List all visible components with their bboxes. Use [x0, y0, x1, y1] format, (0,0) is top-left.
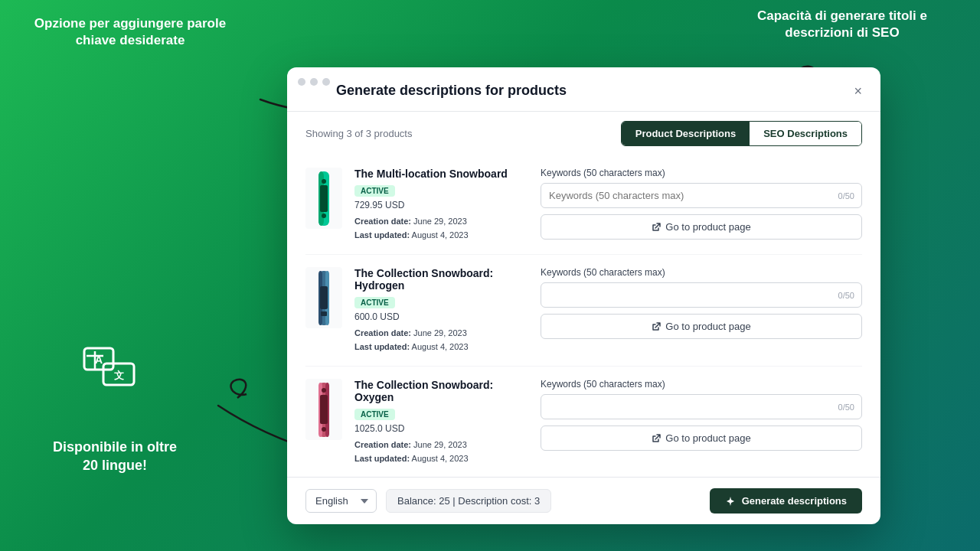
table-row: The Collection Snowboard: Hydrogen ACTIV…: [305, 255, 862, 367]
svg-point-9: [322, 179, 326, 184]
keywords-input-wrap-3: 0/50: [541, 394, 862, 419]
svg-text:文: 文: [114, 370, 124, 381]
tab-seo-descriptions[interactable]: SEO Descriptions: [750, 122, 861, 145]
annotation-keywords: Opzione per aggiungere parole chiave des…: [23, 15, 237, 49]
modal-header: Generate descriptions for products ×: [287, 67, 880, 112]
svg-point-21: [322, 427, 326, 432]
showing-text: Showing 3 of 3 products: [305, 128, 412, 139]
dot-1: [298, 78, 305, 86]
keywords-input-wrap-1: 0/50: [541, 183, 862, 208]
balance-badge: Balance: 25 | Description cost: 3: [386, 489, 551, 513]
svg-point-10: [322, 214, 326, 218]
generate-button[interactable]: Generate descriptions: [710, 488, 862, 514]
translate-icon: A 文: [80, 341, 142, 402]
language-select[interactable]: English Italian Spanish French German: [305, 489, 377, 513]
product-dates-3: Creation date: June 29, 2023 Last update…: [354, 439, 528, 465]
annotation-seo: Capacità di generare titoli e descrizion…: [735, 8, 949, 41]
modal-subheader: Showing 3 of 3 products Product Descript…: [287, 112, 880, 155]
modal-footer: English Italian Spanish French German Ba…: [287, 477, 880, 524]
product-actions-3: Keywords (50 characters max) 0/50 Go to …: [541, 379, 862, 451]
svg-point-20: [322, 388, 326, 393]
table-row: The Multi-location Snowboard ACTIVE 729.…: [305, 155, 862, 255]
product-actions-2: Keywords (50 characters max) 0/50 Go to …: [541, 267, 862, 339]
external-link-icon: [652, 223, 661, 232]
keywords-input-2[interactable]: [541, 282, 862, 308]
status-badge-3: ACTIVE: [354, 409, 395, 420]
modal: Generate descriptions for products × Sho…: [287, 67, 880, 524]
char-count-2: 0/50: [838, 291, 854, 300]
product-name-1: The Multi-location Snowboard: [354, 168, 528, 180]
keywords-label-1: Keywords (50 characters max): [541, 168, 862, 178]
product-name-2: The Collection Snowboard: Hydrogen: [354, 267, 528, 292]
tab-group: Product Descriptions SEO Descriptions: [621, 121, 862, 146]
svg-rect-14: [320, 286, 328, 309]
product-dates-1: Creation date: June 29, 2023 Last update…: [354, 215, 528, 242]
svg-rect-15: [321, 311, 327, 316]
product-dates-2: Creation date: June 29, 2023 Last update…: [354, 327, 528, 354]
footer-left: English Italian Spanish French German Ba…: [305, 489, 551, 513]
status-badge-2: ACTIVE: [354, 297, 395, 308]
product-price-2: 600.0 USD: [354, 311, 528, 322]
external-link-icon: [652, 434, 661, 443]
product-image-3: [305, 379, 342, 440]
product-info-2: The Collection Snowboard: Hydrogen ACTIV…: [354, 267, 528, 354]
go-to-product-btn-1[interactable]: Go to product page: [541, 214, 862, 240]
keywords-label-2: Keywords (50 characters max): [541, 267, 862, 278]
keywords-input-wrap-2: 0/50: [541, 282, 862, 308]
char-count-1: 0/50: [838, 191, 854, 201]
go-to-product-btn-3[interactable]: Go to product page: [541, 425, 862, 451]
table-row: The Collection Snowboard: Oxygen ACTIVE …: [305, 367, 862, 477]
close-button[interactable]: ×: [854, 84, 862, 98]
product-info-3: The Collection Snowboard: Oxygen ACTIVE …: [354, 379, 528, 465]
go-to-product-btn-2[interactable]: Go to product page: [541, 314, 862, 339]
keywords-input-1[interactable]: [541, 183, 862, 208]
char-count-3: 0/50: [838, 403, 854, 412]
product-image-1: [305, 168, 342, 229]
product-image-2: [305, 267, 342, 328]
dot-3: [322, 78, 330, 86]
svg-rect-19: [320, 395, 328, 424]
product-name-3: The Collection Snowboard: Oxygen: [354, 379, 528, 403]
annotation-languages: Disponibile in oltre20 lingue!: [31, 439, 199, 474]
keywords-input-3[interactable]: [541, 394, 862, 419]
keywords-label-3: Keywords (50 characters max): [541, 379, 862, 390]
product-price-1: 729.95 USD: [354, 200, 528, 210]
status-badge-1: ACTIVE: [354, 185, 395, 197]
window-dots: [298, 78, 330, 86]
sparkle-icon: [725, 496, 736, 507]
modal-title: Generate descriptions for products: [336, 83, 567, 99]
product-info-1: The Multi-location Snowboard ACTIVE 729.…: [354, 168, 528, 242]
external-link-icon: [652, 322, 661, 331]
tab-product-descriptions[interactable]: Product Descriptions: [622, 122, 750, 145]
product-actions-1: Keywords (50 characters max) 0/50 Go to …: [541, 168, 862, 240]
product-price-3: 1025.0 USD: [354, 423, 528, 434]
dot-2: [310, 78, 318, 86]
svg-rect-8: [320, 185, 328, 212]
product-list: The Multi-location Snowboard ACTIVE 729.…: [287, 155, 880, 477]
